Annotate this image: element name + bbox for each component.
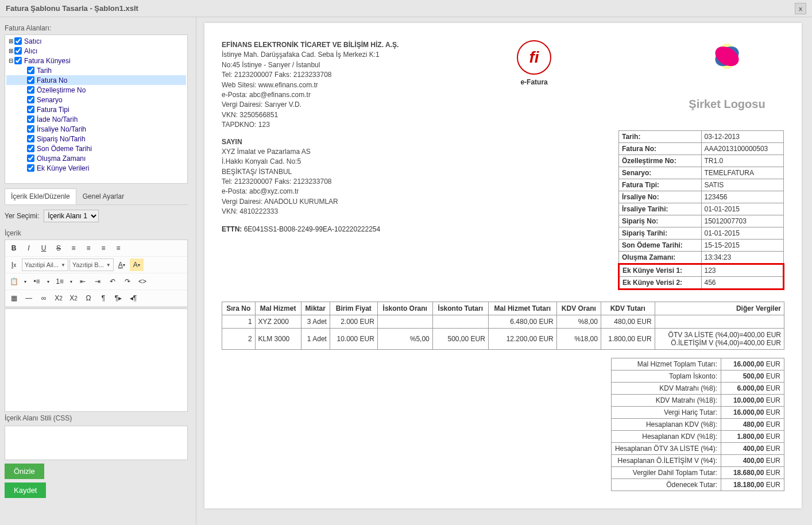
table-cell: 10.000 EUR — [330, 328, 377, 349]
tree-checkbox[interactable] — [27, 67, 34, 74]
tree-checkbox[interactable] — [27, 145, 34, 152]
ltr-button[interactable]: ¶▸ — [111, 292, 125, 304]
meta-value: 123 — [701, 264, 784, 276]
field-tree[interactable]: ⊞Satıcı⊞Alıcı⊟Fatura KünyesiTarihFatura … — [5, 34, 188, 184]
preview-pane[interactable]: EFİNANS ELEKTRONİK TİCARET VE BİLİŞİM Hİ… — [200, 17, 812, 525]
superscript-button[interactable]: X2 — [67, 292, 80, 304]
tab-general[interactable]: Genel Ayarlar — [76, 188, 131, 204]
underline-button[interactable]: U — [37, 242, 51, 254]
tree-item[interactable]: ⊞Satıcı — [6, 36, 186, 46]
close-button[interactable]: x — [795, 3, 806, 14]
number-list-button[interactable]: 1≡ — [53, 275, 67, 288]
undo-button[interactable]: ↶ — [106, 275, 119, 288]
tree-item[interactable]: Tarih — [6, 65, 186, 75]
lines-header: Miktar — [301, 302, 330, 315]
recipient-email: e-Posta: abc@xyz.com.tr — [222, 187, 380, 196]
lines-header: Birim Fiyat — [330, 302, 377, 315]
paste-menu-button[interactable]: ▾ — [22, 275, 29, 288]
meta-key: Ek Künye Verisi 1: — [619, 264, 702, 276]
tree-checkbox[interactable] — [14, 57, 22, 64]
tree-item[interactable]: Sipariş No/Tarih — [6, 134, 186, 144]
align-center-button[interactable]: ≡ — [82, 242, 95, 254]
table-cell: 2.000 EUR — [330, 315, 377, 328]
tree-checkbox[interactable] — [27, 125, 34, 133]
align-left-button[interactable]: ≡ — [67, 242, 80, 254]
bg-color-button[interactable]: A▾ — [130, 258, 144, 271]
font-size-select[interactable]: Yazıtipi B...▼ — [69, 258, 114, 271]
tree-item[interactable]: Fatura Tipi — [6, 105, 186, 114]
clear-format-button[interactable]: Ix — [7, 258, 21, 271]
tree-expand-icon[interactable]: ⊞ — [9, 38, 14, 44]
table-cell: KLM 3000 — [255, 328, 301, 349]
place-select[interactable]: İçerik Alanı 1 — [44, 210, 99, 222]
company-block: EFİNANS ELEKTRONİK TİCARET VE BİLİŞİM Hİ… — [222, 40, 399, 130]
save-button[interactable]: Kaydet — [5, 482, 46, 498]
tree-checkbox[interactable] — [14, 37, 22, 45]
font-family-select[interactable]: Yazıtipi Ail...▼ — [22, 258, 68, 271]
content-textarea[interactable] — [5, 308, 188, 412]
link-button[interactable]: ∞ — [37, 292, 51, 304]
tree-checkbox[interactable] — [27, 115, 34, 123]
outdent-button[interactable]: ⇤ — [76, 275, 90, 288]
tree-item[interactable]: İade No/Tarih — [6, 114, 186, 124]
table-row: 1XYZ 20003 Adet2.000 EUR6.480,00 EUR%8,0… — [222, 315, 784, 328]
tree-item[interactable]: ⊞Alıcı — [6, 46, 186, 56]
tree-item[interactable]: Son Ödeme Tarihi — [6, 144, 186, 153]
tree-item[interactable]: Oluşma Zamanı — [6, 153, 186, 163]
tree-item[interactable]: ⊟Fatura Künyesi — [6, 56, 186, 65]
bullet-menu-button[interactable]: ▾ — [45, 275, 52, 288]
meta-key: Fatura Tipi: — [619, 179, 702, 191]
tree-checkbox[interactable] — [27, 155, 34, 162]
ettn-row: ETTN: 6E041SS1-B008-2249-99EA-1022202222… — [222, 225, 380, 233]
hr-button[interactable]: — — [22, 292, 36, 304]
meta-value: SATIS — [701, 179, 784, 191]
bullet-list-button[interactable]: •≡ — [30, 275, 44, 288]
meta-row: Ek Künye Verisi 1:123 — [619, 264, 784, 276]
totals-row: KDV Matrahı (%8):6.000,00 EUR — [611, 382, 784, 394]
totals-key: Hesaplanan KDV (%18): — [611, 430, 721, 442]
tree-checkbox[interactable] — [27, 76, 34, 84]
rtl-button[interactable]: ◂¶ — [126, 292, 140, 304]
tree-expand-icon[interactable]: ⊟ — [9, 57, 14, 64]
paste-button[interactable]: 📋 — [7, 275, 21, 288]
tree-checkbox[interactable] — [27, 164, 34, 172]
source-button[interactable]: <> — [136, 275, 149, 288]
align-justify-button[interactable]: ≡ — [111, 242, 125, 254]
table-cell: XYZ 2000 — [255, 315, 301, 328]
tree-checkbox[interactable] — [27, 135, 34, 142]
strike-button[interactable]: S — [52, 242, 65, 254]
totals-value: 18.180,00 EUR — [721, 478, 784, 491]
meta-row: Ek Künye Verisi 2:456 — [619, 276, 784, 289]
tree-item[interactable]: Ek Künye Verileri — [6, 163, 186, 173]
recipient-taxoffice: Vergi Dairesi: ANADOLU KURUMLAR — [222, 197, 380, 207]
tree-item-label: Tarih — [37, 67, 52, 75]
tree-item[interactable]: Senaryo — [6, 95, 186, 105]
tree-checkbox[interactable] — [27, 106, 34, 113]
company-vkn: VKN: 3250566851 — [222, 110, 399, 120]
totals-row: Hesaplanan KDV (%8):480,00 EUR — [611, 418, 784, 430]
text-color-button[interactable]: A▾ — [115, 258, 129, 271]
omega-button[interactable]: Ω — [82, 292, 95, 304]
number-menu-button[interactable]: ▾ — [68, 275, 75, 288]
table-button[interactable]: ▦ — [7, 292, 21, 304]
tree-item[interactable]: Özelleştirme No — [6, 85, 186, 95]
tree-checkbox[interactable] — [27, 86, 34, 94]
subscript-button[interactable]: X2 — [52, 292, 65, 304]
totals-row: KDV Matrahı (%18):10.000,00 EUR — [611, 394, 784, 406]
tree-item[interactable]: İrsaliye No/Tarih — [6, 124, 186, 134]
tab-content[interactable]: İçerik Ekle/Düzenle — [5, 188, 76, 204]
bold-button[interactable]: B — [7, 242, 21, 254]
italic-button[interactable]: I — [22, 242, 36, 254]
redo-button[interactable]: ↷ — [121, 275, 134, 288]
tree-checkbox[interactable] — [27, 96, 34, 103]
recipient-block: SAYIN XYZ İmalat ve Pazarlama AS İ.Hakkı… — [222, 137, 380, 217]
tree-item[interactable]: Fatura No — [6, 75, 186, 85]
align-right-button[interactable]: ≡ — [96, 242, 110, 254]
css-textarea[interactable] — [5, 426, 188, 460]
preview-button[interactable]: Önizle — [5, 464, 44, 479]
tree-item-label: Satıcı — [24, 37, 42, 45]
tree-checkbox[interactable] — [14, 47, 22, 55]
indent-button[interactable]: ⇥ — [91, 275, 105, 288]
pilcrow-button[interactable]: ¶ — [96, 292, 110, 304]
tree-expand-icon[interactable]: ⊞ — [9, 48, 14, 54]
